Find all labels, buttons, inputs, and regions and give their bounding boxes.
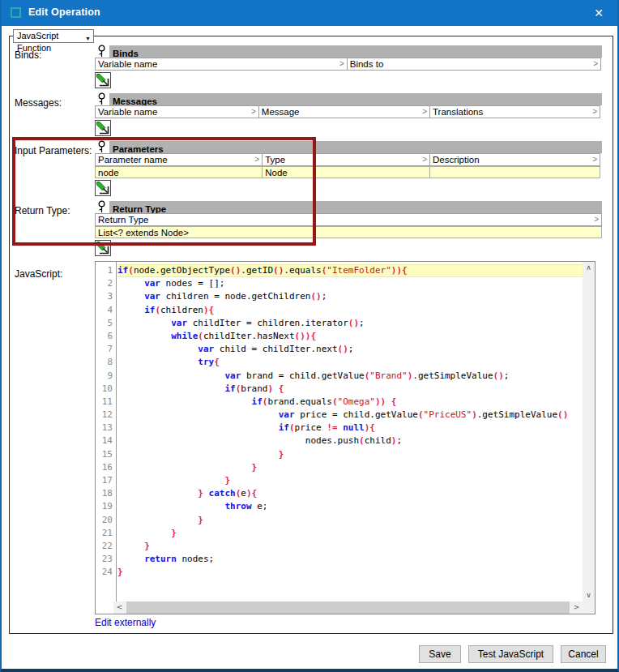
line-number: 22: [96, 540, 117, 553]
parameters-table-header: Parameters: [95, 141, 602, 153]
chevron-icon: >: [592, 155, 597, 165]
table-cell-parameters-0-1[interactable]: Node: [262, 166, 430, 178]
line-number: 8: [96, 356, 117, 369]
code-text: if(brand.equals("Omega")) {: [117, 396, 583, 409]
cancel-button[interactable]: Cancel: [561, 645, 606, 663]
edit-return_type-button[interactable]: [95, 240, 111, 256]
table-row-parameters-0: nodeNode: [95, 166, 602, 178]
column-header-parameters-1[interactable]: Type>: [262, 153, 430, 166]
code-area[interactable]: 1if(node.getObjectType().getID().equals(…: [96, 264, 583, 580]
line-number: 23: [96, 553, 117, 566]
code-line: 8 try{: [96, 356, 583, 369]
column-header-return_type-0[interactable]: Return Type>: [95, 213, 602, 226]
scroll-left-icon[interactable]: <: [113, 601, 126, 614]
horizontal-scrollbar-thumb[interactable]: [126, 601, 570, 614]
close-button[interactable]: ✕: [580, 0, 617, 26]
code-text: nodes.push(child);: [117, 434, 583, 447]
line-number: 20: [96, 514, 117, 527]
vertical-scrollbar[interactable]: ∧ ∨: [583, 262, 595, 601]
table-row-return_type-0: List<? extends Node>: [95, 226, 602, 238]
column-header-parameters-2[interactable]: Description>: [429, 153, 600, 166]
save-button[interactable]: Save: [419, 645, 461, 663]
window-title: Edit Operation: [28, 6, 100, 18]
scroll-right-icon[interactable]: >: [570, 601, 583, 614]
line-number: 1: [96, 264, 117, 277]
column-header-label: Message: [262, 107, 300, 117]
chevron-icon: >: [594, 215, 599, 225]
code-line: 3 var children = node.getChildren();: [96, 290, 583, 303]
javascript-editor[interactable]: 1if(node.getObjectType().getID().equals(…: [95, 261, 596, 614]
return_type-column-header-row: Return Type>: [95, 213, 602, 226]
column-header-label: Variable name: [98, 59, 157, 69]
horizontal-scrollbar[interactable]: < >: [113, 601, 583, 614]
column-header-binds-1[interactable]: Binds to>: [347, 58, 601, 71]
code-text: }: [117, 540, 583, 553]
column-header-label: Binds to: [350, 59, 384, 69]
column-header-messages-0[interactable]: Variable name>: [95, 105, 259, 118]
line-number: 4: [96, 304, 117, 317]
section-label-messages: Messages:: [15, 97, 62, 109]
messages-column-header-row: Variable name>Message>Translations>: [95, 105, 602, 118]
code-text: if(children){: [117, 304, 583, 317]
scroll-up-icon[interactable]: ∧: [583, 262, 595, 274]
line-number: 2: [96, 277, 117, 290]
code-line: 12 var price = child.getValue("PriceUS")…: [96, 409, 583, 422]
column-header-label: Variable name: [98, 107, 157, 117]
column-header-label: Parameter name: [98, 155, 168, 165]
code-line: 14 nodes.push(child);: [96, 434, 583, 447]
code-text: var children = node.getChildren();: [117, 290, 583, 303]
line-number: 6: [96, 330, 117, 343]
code-line: 17 }: [96, 474, 583, 487]
line-number: 24: [96, 566, 117, 579]
line-number: 17: [96, 474, 117, 487]
column-header-messages-1[interactable]: Message>: [258, 105, 430, 118]
function-type-dropdown[interactable]: JavaScript Function ▼: [13, 29, 94, 43]
code-text: var brand = child.getValue("Brand").getS…: [117, 370, 583, 383]
code-line: 9 var brand = child.getValue("Brand").ge…: [96, 370, 583, 383]
code-line: 6 while(childIter.hasNext()){: [96, 330, 583, 343]
code-text: if(price != null){: [117, 422, 583, 434]
line-number: 9: [96, 370, 117, 383]
app-icon: [11, 7, 21, 18]
code-text: }: [117, 514, 583, 527]
code-text: }: [117, 566, 583, 579]
line-number: 10: [96, 383, 117, 396]
close-icon: ✕: [594, 6, 604, 19]
code-line: 21 }: [96, 527, 583, 540]
line-number: 13: [96, 422, 117, 434]
column-header-label: Translations: [433, 107, 483, 117]
edit-parameters-button[interactable]: [95, 180, 111, 196]
column-header-binds-0[interactable]: Variable name>: [95, 58, 348, 71]
column-header-messages-2[interactable]: Translations>: [429, 105, 600, 118]
chevron-icon: >: [593, 59, 598, 69]
parameters-column-header-row: Parameter name>Type>Description>: [95, 153, 602, 166]
code-line: 10 if(brand) {: [96, 383, 583, 396]
line-number: 7: [96, 343, 117, 356]
edit-externally-link[interactable]: Edit externally: [95, 617, 156, 628]
code-line: 7 var child = childIter.next();: [96, 343, 583, 356]
scroll-down-icon[interactable]: ∨: [583, 589, 595, 601]
table-cell-parameters-0-0[interactable]: node: [95, 166, 263, 178]
column-header-label: Type: [265, 155, 285, 165]
test-javascript-button[interactable]: Test JavaScript: [468, 645, 553, 663]
code-line: 24}: [96, 566, 583, 579]
edit-messages-button[interactable]: [95, 120, 111, 136]
binds-column-header-row: Variable name>Binds to>: [95, 58, 602, 71]
edit-binds-button[interactable]: [95, 72, 111, 88]
code-line: 19 throw e;: [96, 500, 583, 513]
line-number: 19: [96, 500, 117, 513]
code-line: 4 if(children){: [96, 304, 583, 317]
code-text: if(brand) {: [117, 383, 583, 396]
code-text: var child = childIter.next();: [117, 343, 583, 356]
edit-pencil-icon: [95, 186, 111, 199]
column-header-parameters-0[interactable]: Parameter name>: [95, 153, 263, 166]
line-number: 5: [96, 317, 117, 330]
code-line: 5 var childIter = children.iterator();: [96, 317, 583, 330]
code-text: return nodes;: [117, 553, 583, 566]
table-cell-return_type-0-0[interactable]: List<? extends Node>: [95, 226, 602, 238]
edit-pencil-icon: [95, 126, 111, 139]
section-label-return_type: Return Type:: [15, 205, 70, 216]
table-cell-parameters-0-2[interactable]: [429, 166, 600, 178]
code-line: 18 } catch(e){: [96, 487, 583, 500]
code-text: throw e;: [117, 500, 583, 513]
